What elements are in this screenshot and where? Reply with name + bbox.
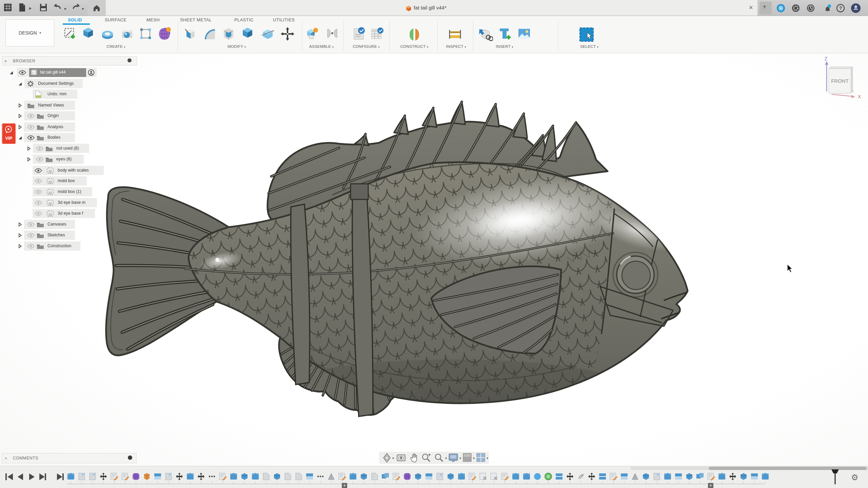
svg-text:Z: Z bbox=[825, 56, 828, 61]
svg-text:X: X bbox=[858, 94, 861, 99]
svg-text:FRONT: FRONT bbox=[831, 78, 849, 84]
svg-text:?: ? bbox=[839, 5, 842, 11]
